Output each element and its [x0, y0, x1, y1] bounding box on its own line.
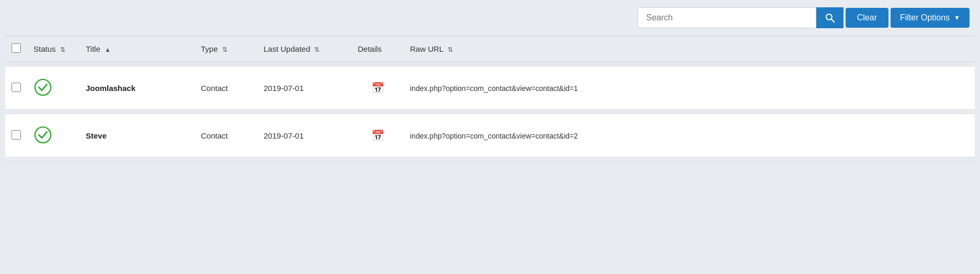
- header-status[interactable]: Status ⇅: [27, 36, 79, 62]
- sort-title-icon: ▲: [105, 46, 111, 53]
- filter-label: Filter Options: [900, 13, 950, 22]
- header-raw-url-label: Raw URL: [410, 44, 443, 53]
- row-details[interactable]: 📅: [351, 66, 404, 110]
- row-title-text: Joomlashack: [86, 84, 135, 93]
- header-details-label: Details: [358, 44, 382, 53]
- header-title-label: Title: [86, 44, 100, 53]
- row-raw-url-text: index.php?option=com_contact&view=contac…: [410, 132, 578, 140]
- table-container: Status ⇅ Title ▲ Type ⇅ Last Updated ⇅ D…: [0, 36, 980, 167]
- header-type-label: Type: [201, 44, 218, 53]
- row-checkbox-cell: [5, 114, 27, 157]
- row-raw-url: index.php?option=com_contact&view=contac…: [404, 66, 975, 110]
- search-input[interactable]: [638, 8, 816, 28]
- contacts-table: Status ⇅ Title ▲ Type ⇅ Last Updated ⇅ D…: [5, 36, 975, 162]
- header-title[interactable]: Title ▲: [79, 36, 195, 62]
- clear-button[interactable]: Clear: [846, 8, 888, 28]
- table-row: Joomlashack Contact 2019-07-01 📅 index.p…: [5, 66, 975, 110]
- row-checkbox[interactable]: [12, 83, 21, 92]
- row-last-updated: 2019-07-01: [257, 114, 351, 157]
- svg-point-2: [35, 79, 51, 95]
- header-raw-url[interactable]: Raw URL ⇅: [404, 36, 975, 62]
- header-checkbox-cell: [5, 36, 27, 62]
- row-last-updated: 2019-07-01: [257, 66, 351, 110]
- header-type[interactable]: Type ⇅: [195, 36, 257, 62]
- row-raw-url: index.php?option=com_contact&view=contac…: [404, 114, 975, 157]
- row-raw-url-text: index.php?option=com_contact&view=contac…: [410, 84, 578, 93]
- sort-lastupdated-icon: ⇅: [314, 46, 320, 53]
- row-title[interactable]: Joomlashack: [79, 66, 195, 110]
- svg-line-1: [831, 19, 834, 22]
- row-details[interactable]: 📅: [351, 114, 404, 157]
- row-type: Contact: [195, 114, 257, 157]
- row-checkbox-cell: [5, 66, 27, 110]
- row-title[interactable]: Steve: [79, 114, 195, 157]
- sort-type-icon: ⇅: [222, 46, 227, 53]
- search-icon: [825, 13, 835, 23]
- row-status: [27, 114, 79, 157]
- select-all-checkbox[interactable]: [12, 43, 21, 53]
- row-type-text: Contact: [201, 131, 228, 140]
- status-icon: [33, 78, 52, 97]
- header-status-label: Status: [33, 44, 56, 53]
- row-title-text: Steve: [86, 131, 107, 140]
- search-button[interactable]: [816, 7, 844, 28]
- row-checkbox[interactable]: [12, 130, 21, 140]
- details-calendar-icon[interactable]: 📅: [371, 82, 384, 94]
- published-icon: [34, 78, 52, 96]
- details-calendar-icon[interactable]: 📅: [371, 130, 384, 141]
- chevron-down-icon: ▼: [954, 14, 960, 21]
- search-wrapper: [637, 7, 816, 28]
- row-status: [27, 66, 79, 110]
- filter-options-button[interactable]: Filter Options ▼: [891, 8, 970, 28]
- header-last-updated[interactable]: Last Updated ⇅: [257, 36, 351, 62]
- toolbar: Clear Filter Options ▼: [0, 0, 980, 36]
- sort-status-icon: ⇅: [60, 46, 65, 53]
- table-header-row: Status ⇅ Title ▲ Type ⇅ Last Updated ⇅ D…: [5, 36, 975, 62]
- header-last-updated-label: Last Updated: [264, 44, 310, 53]
- header-details: Details: [351, 36, 404, 62]
- published-icon: [34, 126, 52, 144]
- table-row: Steve Contact 2019-07-01 📅 index.php?opt…: [5, 114, 975, 157]
- svg-point-3: [35, 127, 51, 143]
- status-icon: [33, 125, 52, 144]
- row-last-updated-text: 2019-07-01: [264, 131, 304, 140]
- row-last-updated-text: 2019-07-01: [264, 84, 304, 93]
- row-type: Contact: [195, 66, 257, 110]
- sort-rawurl-icon: ⇅: [448, 46, 453, 53]
- row-type-text: Contact: [201, 84, 228, 93]
